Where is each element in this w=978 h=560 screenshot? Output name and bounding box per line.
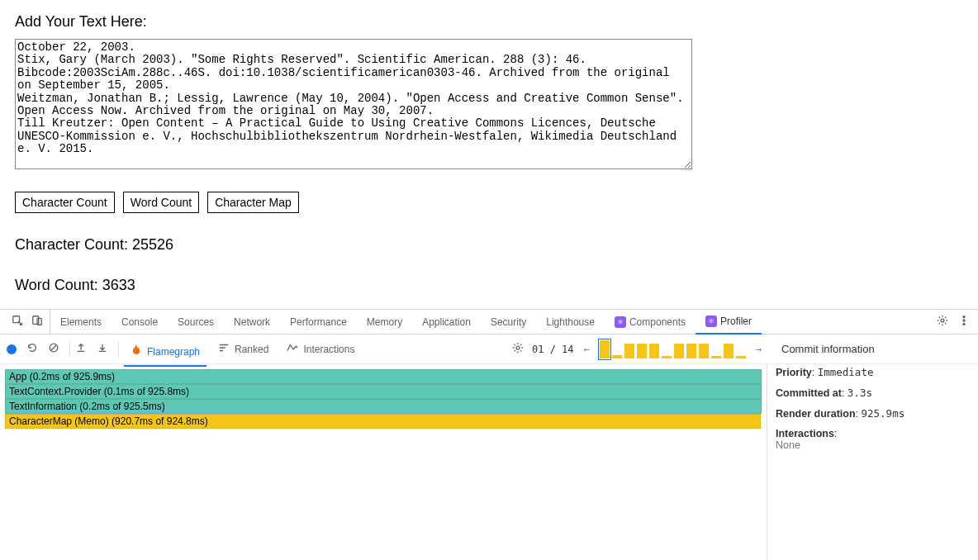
react-icon: ⚛ xyxy=(615,316,626,328)
profiler-toolbar: Flamegraph Ranked Interactions 01 / 14 ←… xyxy=(0,335,978,364)
commit-bar[interactable] xyxy=(600,340,610,358)
ranked-icon xyxy=(218,342,230,356)
download-icon[interactable] xyxy=(97,342,108,356)
interactions-key: Interactions xyxy=(776,428,834,439)
word-count-button[interactable]: Word Count xyxy=(123,192,199,213)
render-duration-key: Render duration xyxy=(776,408,856,420)
commit-bar[interactable] xyxy=(674,344,684,358)
reload-icon[interactable] xyxy=(26,342,38,356)
tab-elements[interactable]: Elements xyxy=(50,310,112,334)
tab-lighthouse[interactable]: Lighthouse xyxy=(536,310,605,334)
subtab-ranked[interactable]: Ranked xyxy=(211,337,275,361)
clear-icon[interactable] xyxy=(48,342,59,356)
commit-bar-chart[interactable] xyxy=(600,340,746,358)
priority-value: Immediate xyxy=(818,366,874,378)
devtools-tab-bar: Elements Console Sources Network Perform… xyxy=(0,310,978,335)
commit-bar[interactable] xyxy=(736,356,746,358)
priority-key: Priority xyxy=(776,367,812,378)
tab-sources[interactable]: Sources xyxy=(168,310,224,334)
settings-icon[interactable] xyxy=(937,315,948,329)
subtab-flamegraph[interactable]: Flamegraph xyxy=(124,339,207,367)
subtab-flamegraph-label: Flamegraph xyxy=(147,346,200,358)
commit-position: 01 / 14 xyxy=(532,344,574,355)
flamegraph-row[interactable]: CharacterMap (Memo) (920.7ms of 924.8ms) xyxy=(5,414,761,429)
text-input[interactable] xyxy=(15,39,692,169)
page-heading: Add Your Text Here: xyxy=(15,13,963,31)
commit-bar[interactable] xyxy=(662,356,672,358)
tab-console[interactable]: Console xyxy=(112,310,168,334)
svg-point-5 xyxy=(963,320,965,321)
svg-point-8 xyxy=(516,346,520,349)
svg-point-4 xyxy=(963,316,965,318)
prev-commit-button[interactable]: ← xyxy=(581,344,593,355)
inspect-element-icon[interactable] xyxy=(12,315,23,329)
flame-icon xyxy=(131,344,142,358)
commit-bar[interactable] xyxy=(612,355,622,358)
subtab-interactions[interactable]: Interactions xyxy=(280,337,361,361)
character-count-display: Character Count: 25526 xyxy=(15,236,963,254)
svg-point-6 xyxy=(963,323,965,325)
render-duration-value: 925.9ms xyxy=(862,407,905,420)
committed-at-value: 3.3s xyxy=(847,387,872,399)
tab-profiler-label: Profiler xyxy=(720,316,752,327)
commit-bar[interactable] xyxy=(686,344,696,358)
tab-components-label: Components xyxy=(629,316,686,328)
interactions-value: None xyxy=(776,439,800,451)
character-map-button[interactable]: Character Map xyxy=(207,192,299,213)
flamegraph-row[interactable]: TextInformation (0.2ms of 925.5ms) xyxy=(5,399,762,414)
tab-memory[interactable]: Memory xyxy=(357,310,412,334)
tab-react-profiler[interactable]: ⚛ Profiler xyxy=(696,311,762,335)
commit-info-panel: Priority: Immediate Committed at: 3.3s R… xyxy=(767,364,978,560)
commit-bar[interactable] xyxy=(711,356,721,358)
svg-point-3 xyxy=(941,319,944,322)
commit-bar[interactable] xyxy=(624,344,634,358)
commit-bar[interactable] xyxy=(699,344,709,358)
more-icon[interactable] xyxy=(958,315,970,329)
character-count-button[interactable]: Character Count xyxy=(15,192,115,213)
commit-bar[interactable] xyxy=(637,344,647,358)
flamegraph-row[interactable]: TextContext.Provider (0.1ms of 925.8ms) xyxy=(5,384,762,399)
record-button[interactable] xyxy=(7,344,17,354)
commit-bar[interactable] xyxy=(649,344,659,358)
tab-performance[interactable]: Performance xyxy=(280,310,357,334)
next-commit-button[interactable]: → xyxy=(752,344,765,355)
subtab-ranked-label: Ranked xyxy=(235,344,268,355)
tab-network[interactable]: Network xyxy=(224,310,280,334)
word-count-display: Word Count: 3633 xyxy=(15,277,963,294)
commit-info-title: Commit information xyxy=(773,343,971,355)
tab-application[interactable]: Application xyxy=(412,310,481,334)
profiler-settings-icon[interactable] xyxy=(512,342,524,356)
svg-rect-1 xyxy=(33,316,39,325)
tab-security[interactable]: Security xyxy=(481,310,536,334)
devtools-panel: Elements Console Sources Network Perform… xyxy=(0,309,978,560)
device-toggle-icon[interactable] xyxy=(31,315,43,329)
commit-bar[interactable] xyxy=(724,344,734,358)
subtab-interactions-label: Interactions xyxy=(303,344,354,355)
react-icon: ⚛ xyxy=(705,316,717,327)
interactions-icon xyxy=(287,342,298,356)
tab-react-components[interactable]: ⚛ Components xyxy=(605,310,696,334)
flamegraph-row[interactable]: App (0.2ms of 925.9ms) xyxy=(5,369,762,384)
upload-icon[interactable] xyxy=(75,342,87,356)
committed-at-key: Committed at xyxy=(776,387,842,399)
flamegraph-area[interactable]: App (0.2ms of 925.9ms)TextContext.Provid… xyxy=(0,364,767,560)
